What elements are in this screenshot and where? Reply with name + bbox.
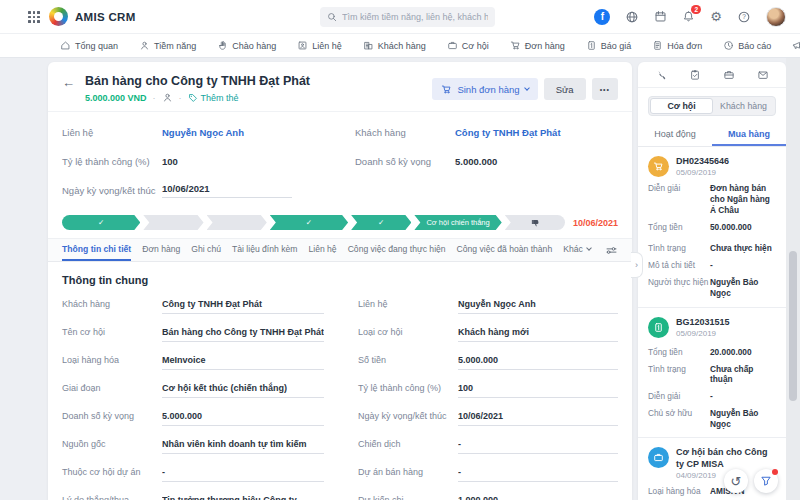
filter-button[interactable] — [754, 469, 778, 493]
input-du-an-ban-hang[interactable]: - — [458, 463, 618, 482]
nav-item-don-hang[interactable]: Đơn hàng — [510, 40, 565, 51]
mail-icon[interactable] — [757, 69, 769, 81]
meeting-briefcase-icon[interactable] — [723, 69, 735, 81]
input-nguon-goc[interactable]: Nhân viên kinh doanh tự tìm kiếm — [162, 435, 324, 454]
quote-doc-icon — [648, 317, 669, 338]
more-actions-button[interactable]: ••• — [592, 78, 618, 100]
edit-button[interactable]: Sửa — [544, 78, 586, 100]
field-value: 5.000.000 — [455, 156, 497, 167]
tab-hoat-dong[interactable]: Hoạt động — [638, 124, 712, 146]
search-input[interactable] — [342, 12, 488, 22]
funnel-icon — [760, 475, 772, 487]
top-bar: AMIS CRM f 2 ⚙ ? — [0, 0, 800, 34]
tab-ghi-chu[interactable]: Ghi chú — [191, 239, 221, 261]
opportunity-bag-icon — [648, 447, 669, 468]
add-tag-button[interactable]: Thêm thẻ — [188, 93, 239, 103]
task-clipboard-icon[interactable] — [689, 69, 701, 81]
opportunity-amount: 5.000.000 VND — [85, 93, 147, 103]
account-link[interactable]: Công ty TNHH Đạt Phát — [162, 295, 324, 314]
stage-segment-done[interactable]: ✓ — [351, 215, 411, 230]
nav-item-co-hoi[interactable]: Cơ hội — [447, 40, 489, 51]
section-title: Thông tin chung — [48, 262, 632, 290]
quote-id[interactable]: BG12031515 — [676, 317, 730, 328]
tab-cong-viec-hoan-thanh[interactable]: Công việc đã hoàn thành — [457, 239, 553, 261]
stage-segment-won[interactable]: Cơ hội chiến thắng — [414, 215, 501, 230]
tab-settings-sliders-icon[interactable] — [605, 244, 618, 257]
input-du-kien-chi[interactable]: 1.000.000 — [458, 491, 618, 500]
nav-item-lien-he[interactable]: Liên hệ — [297, 40, 342, 51]
nav-item-tiem-nang[interactable]: Tiềm năng — [139, 40, 196, 51]
facebook-icon[interactable]: f — [594, 9, 610, 25]
order-date: 05/09/2019 — [676, 168, 729, 177]
nav-item-bao-cao[interactable]: Báo cáo — [723, 40, 771, 51]
nav-item-hoa-don[interactable]: Hóa đơn — [652, 40, 702, 51]
owner-person-icon[interactable] — [162, 92, 173, 103]
input-ly-do-thang-thua[interactable]: Tin tưởng thương hiệu Công ty — [162, 491, 324, 500]
account-link[interactable]: Công ty TNHH Đạt Phát — [455, 127, 561, 138]
related-card-order: DH0234564605/09/2019 Diễn giảiĐơn hàng b… — [638, 147, 786, 308]
user-avatar[interactable] — [766, 7, 786, 27]
stage-close-date: 10/06/2021 — [573, 218, 618, 228]
input-doanh-so[interactable]: 5.000.000 — [162, 407, 324, 426]
chevron-down-icon — [524, 85, 530, 91]
phone-icon[interactable] — [655, 69, 667, 81]
toggle-co-hoi[interactable]: Cơ hội — [650, 98, 713, 114]
nav-item-chao-hang[interactable]: Chào hàng — [217, 40, 276, 51]
tab-cong-viec-dang[interactable]: Công việc đang thực hiện — [348, 239, 446, 261]
tab-lien-he[interactable]: Liên hệ — [308, 239, 336, 261]
general-info-form: Khách hàngCông ty TNHH Đạt Phát Liên hệN… — [48, 290, 632, 500]
input-loai-co-hoi[interactable]: Khách hàng mới — [458, 323, 618, 342]
notifications-bell-icon[interactable]: 2 — [682, 10, 695, 23]
tab-khac[interactable]: Khác — [563, 239, 591, 261]
input-so-tien[interactable]: 5.000.000 — [458, 351, 618, 370]
stage-segment-done[interactable]: ✓ — [270, 215, 348, 230]
generate-order-button[interactable]: Sinh đơn hàng — [432, 78, 537, 100]
help-icon[interactable]: ? — [737, 10, 751, 24]
app-launcher-icon[interactable] — [28, 11, 39, 22]
stage-segment[interactable] — [143, 215, 203, 230]
sidebar-tabs: Hoạt động Mua hàng — [638, 124, 786, 147]
back-arrow-icon[interactable]: ← — [62, 75, 75, 90]
stage-segment-done[interactable]: ✓ — [62, 215, 140, 230]
nav-item-bao-gia[interactable]: Báo giá — [586, 40, 632, 51]
order-id[interactable]: DH02345646 — [676, 156, 729, 167]
stage-segment[interactable] — [207, 215, 267, 230]
input-ten-co-hoi[interactable]: Bán hàng cho Công ty TNHH Đạt Phát — [162, 323, 324, 342]
nav-item-tong-quan[interactable]: Tổng quan — [60, 40, 118, 51]
opportunity-detail-panel: ← Bán hàng cho Công ty TNHH Đạt Phát 5.0… — [48, 62, 632, 500]
field-label: Ngày kỳ vọng/kết thúc — [62, 185, 162, 196]
date-field[interactable]: 10/06/2021 — [162, 183, 292, 198]
history-button[interactable]: ↺ — [724, 469, 748, 493]
opportunity-card-title[interactable]: Cơ hội bán cho Công ty CP MISA — [676, 447, 776, 470]
nav-item-chien-dich[interactable]: Chiến dịch — [792, 40, 800, 51]
settings-gear-icon[interactable]: ⚙ — [710, 10, 722, 24]
add-tag-label: Thêm thẻ — [201, 93, 239, 103]
nav-item-khach-hang[interactable]: Khách hàng — [363, 40, 426, 51]
contact-link[interactable]: Nguyễn Ngọc Anh — [162, 127, 244, 138]
input-chien-dich[interactable]: - — [458, 435, 618, 454]
tab-tai-lieu[interactable]: Tài liệu đính kèm — [232, 239, 297, 261]
input-thuoc-co-hoi-du-an[interactable]: - — [162, 463, 324, 482]
toggle-khach-hang[interactable]: Khách hàng — [713, 98, 774, 114]
input-ngay-ky-vong[interactable]: 10/06/2021 — [458, 407, 618, 426]
globe-icon[interactable] — [625, 10, 639, 24]
global-search[interactable] — [320, 7, 495, 27]
svg-text:?: ? — [742, 13, 746, 20]
tab-don-hang[interactable]: Đơn hàng — [142, 239, 180, 261]
panel-collapse-handle[interactable]: › — [631, 252, 643, 278]
module-nav: Tổng quan Tiềm năng Chào hàng Liên hệ Kh… — [0, 34, 800, 58]
field-label: Doanh số kỳ vọng — [355, 156, 455, 167]
input-loai-hang-hoa[interactable]: MeInvoice — [162, 351, 324, 370]
search-icon — [327, 12, 337, 22]
calendar-icon[interactable] — [654, 10, 667, 23]
input-giai-doan[interactable]: Cơ hội kết thúc (chiến thắng) — [162, 379, 324, 398]
tab-mua-hang[interactable]: Mua hàng — [712, 124, 786, 146]
tab-thong-tin-chi-tiet[interactable]: Thông tin chi tiết — [62, 239, 131, 261]
chevron-down-icon — [586, 245, 592, 251]
stage-segment-lost[interactable] — [505, 215, 565, 230]
contact-link[interactable]: Nguyễn Ngọc Anh — [458, 295, 618, 314]
field-label: Khách hàng — [355, 127, 455, 138]
input-ty-le[interactable]: 100 — [458, 379, 618, 398]
page-scrollbar-thumb[interactable] — [789, 251, 797, 401]
related-sidebar: Cơ hội Khách hàng Hoạt động Mua hàng DH0… — [638, 62, 786, 500]
